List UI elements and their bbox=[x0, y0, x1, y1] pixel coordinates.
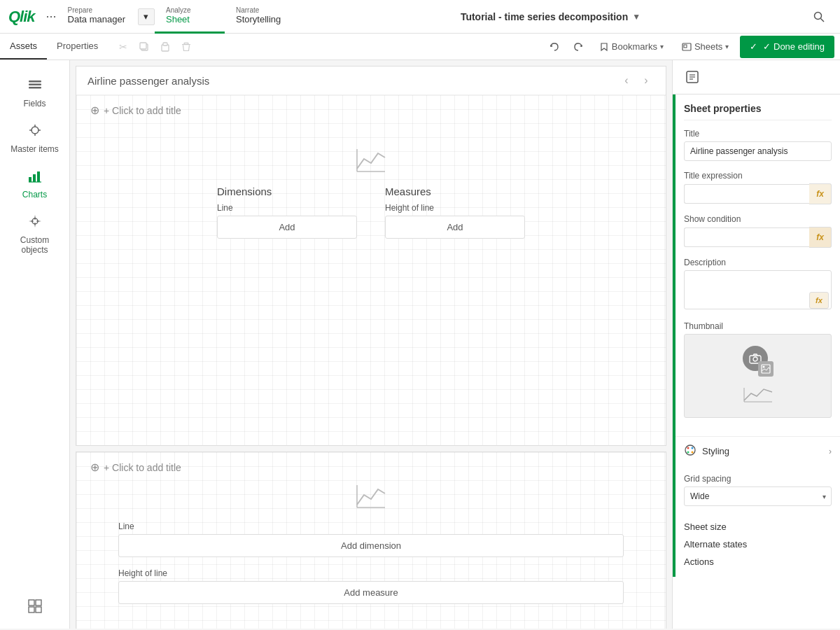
svg-point-36 bbox=[753, 357, 757, 361]
svg-rect-23 bbox=[29, 600, 34, 606]
sidebar-item-charts-label: Charts bbox=[22, 190, 47, 200]
nav-tab-narrate[interactable]: Narrate Storytelling bbox=[225, 0, 295, 34]
svg-line-1 bbox=[821, 18, 825, 22]
nav-tab-prepare-arrow[interactable]: ▾ bbox=[138, 8, 155, 25]
properties-wrapper: Sheet properties Title Title expression … bbox=[673, 94, 840, 577]
title-expression-fx-btn[interactable]: fx bbox=[809, 183, 832, 204]
copy-icon bbox=[139, 42, 149, 52]
sidebar-bottom-icon bbox=[27, 598, 43, 616]
svg-rect-25 bbox=[36, 600, 41, 606]
sidebar-item-charts[interactable]: Charts bbox=[4, 161, 66, 206]
svg-point-38 bbox=[762, 365, 764, 368]
dimension-line-label-second: Line bbox=[118, 522, 624, 531]
grid-canvas-second: ⊕ + Click to add title Line Add dimensio… bbox=[76, 452, 666, 629]
toolbar-right: Bookmarks ▾ Sheets ▾ ✓ ✓ Done editing bbox=[545, 36, 834, 58]
charts-icon bbox=[27, 168, 43, 187]
nav-tab-prepare-label: Data manager bbox=[68, 14, 125, 24]
nav-right bbox=[806, 4, 832, 29]
undo-icon bbox=[549, 41, 560, 52]
svg-rect-24 bbox=[29, 607, 34, 612]
copy-button[interactable] bbox=[134, 37, 154, 57]
assets-properties-bar: Assets Properties ✂ bbox=[0, 34, 840, 60]
delete-icon bbox=[181, 42, 191, 52]
add-title-second[interactable]: ⊕ + Click to add title bbox=[76, 452, 666, 482]
master-items-icon bbox=[27, 122, 43, 141]
title-label: Title bbox=[684, 129, 832, 139]
tab-properties[interactable]: Properties bbox=[47, 34, 108, 59]
title-expression-field: Title expression fx bbox=[684, 171, 832, 204]
cut-button[interactable]: ✂ bbox=[113, 37, 133, 57]
sheets-chevron: ▾ bbox=[725, 43, 729, 50]
sidebar-items: Fields Master items bbox=[4, 66, 66, 266]
main-layout: Fields Master items bbox=[0, 60, 840, 629]
done-editing-check: ✓ bbox=[750, 41, 757, 52]
svg-rect-5 bbox=[163, 43, 167, 46]
show-condition-input[interactable] bbox=[684, 227, 809, 247]
qlik-dots-menu[interactable]: ··· bbox=[46, 9, 57, 24]
sidebar-item-custom-objects-label: Custom objects bbox=[9, 235, 61, 255]
sidebar-item-master-items[interactable]: Master items bbox=[4, 115, 66, 161]
app-title[interactable]: Tutorial - time series decomposition ▼ bbox=[295, 11, 806, 22]
fields-icon bbox=[27, 77, 43, 96]
redo-icon bbox=[573, 41, 584, 52]
bookmarks-button[interactable]: Bookmarks ▾ bbox=[592, 37, 671, 57]
nav-tab-analyze-label: Sheet bbox=[166, 14, 190, 24]
show-condition-input-wrap: fx bbox=[684, 227, 832, 248]
sidebar-bottom bbox=[4, 592, 66, 623]
left-sidebar: Fields Master items bbox=[0, 60, 70, 629]
styling-section[interactable]: Styling › bbox=[676, 436, 840, 465]
title-expression-input[interactable] bbox=[684, 184, 809, 204]
grid-spacing-select[interactable]: Wide Medium Narrow bbox=[684, 486, 832, 506]
add-measure-btn-first[interactable]: Add bbox=[385, 216, 525, 239]
description-fx-btn[interactable]: fx bbox=[809, 292, 829, 309]
thumbnail-box[interactable] bbox=[684, 334, 832, 418]
svg-rect-26 bbox=[36, 607, 41, 612]
nav-tab-prepare[interactable]: Prepare Data manager bbox=[57, 6, 136, 27]
grid-canvas-first: ⊕ + Click to add title Dimensions L bbox=[76, 95, 666, 445]
add-measure-btn-second[interactable]: Add measure bbox=[118, 581, 624, 604]
sheet-panel-first: Airline passenger analysis ‹ › ⊕ + Click… bbox=[76, 66, 666, 446]
nav-tab-prepare-category: Prepare bbox=[68, 6, 93, 14]
add-dimension-btn-second[interactable]: Add dimension bbox=[118, 534, 624, 557]
title-expression-label: Title expression bbox=[684, 171, 832, 181]
undo-button[interactable] bbox=[545, 37, 564, 57]
sheet-next-button[interactable]: › bbox=[638, 72, 654, 89]
svg-rect-12 bbox=[29, 87, 41, 89]
show-condition-fx-btn[interactable]: fx bbox=[809, 227, 832, 248]
qlik-logo-text: Qlik bbox=[8, 8, 35, 26]
sidebar-item-fields[interactable]: Fields bbox=[4, 70, 66, 115]
description-textarea-wrap: fx bbox=[684, 270, 832, 312]
sidebar-item-custom-objects[interactable]: Custom objects bbox=[4, 206, 66, 262]
sidebar-item-bottom[interactable] bbox=[4, 592, 66, 623]
title-input[interactable] bbox=[684, 141, 832, 161]
redo-button[interactable] bbox=[568, 37, 588, 57]
svg-point-41 bbox=[685, 445, 695, 455]
delete-button[interactable] bbox=[176, 37, 196, 57]
bookmark-icon bbox=[599, 42, 609, 52]
nav-tab-prepare-wrapper: Prepare Data manager ▾ bbox=[57, 0, 155, 34]
nav-tab-analyze[interactable]: Analyze Sheet bbox=[155, 0, 225, 34]
qlik-logo[interactable]: Qlik bbox=[8, 8, 35, 26]
title-expression-input-wrap: fx bbox=[684, 183, 832, 204]
paste-button[interactable] bbox=[155, 37, 175, 57]
dimension-line-label-first: Line bbox=[217, 203, 357, 213]
paste-icon bbox=[160, 42, 170, 52]
svg-rect-37 bbox=[762, 365, 770, 373]
sheet-size-label: Sheet size bbox=[684, 516, 832, 533]
styling-palette-icon bbox=[684, 444, 696, 458]
sheet-prev-button[interactable]: ‹ bbox=[618, 72, 635, 89]
edit-toolbar: ✂ bbox=[113, 37, 196, 57]
measures-heading-first: Measures bbox=[385, 186, 525, 197]
tab-assets[interactable]: Assets bbox=[0, 34, 47, 59]
search-button[interactable] bbox=[806, 4, 832, 29]
measures-section-first: Measures Height of line Add bbox=[385, 186, 525, 239]
svg-rect-9 bbox=[684, 45, 687, 48]
done-editing-button[interactable]: ✓ ✓ Done editing bbox=[740, 36, 834, 58]
sheets-button[interactable]: Sheets ▾ bbox=[675, 37, 736, 57]
add-dimension-btn-first[interactable]: Add bbox=[217, 216, 357, 239]
svg-point-44 bbox=[687, 451, 690, 454]
image-icon bbox=[761, 364, 771, 374]
add-title-first[interactable]: ⊕ + Click to add title bbox=[76, 95, 666, 125]
grid-spacing-section: Grid spacing Wide Medium Narrow ▾ Sheet … bbox=[676, 465, 840, 577]
sheet-properties-panel-icon[interactable] bbox=[681, 66, 704, 88]
